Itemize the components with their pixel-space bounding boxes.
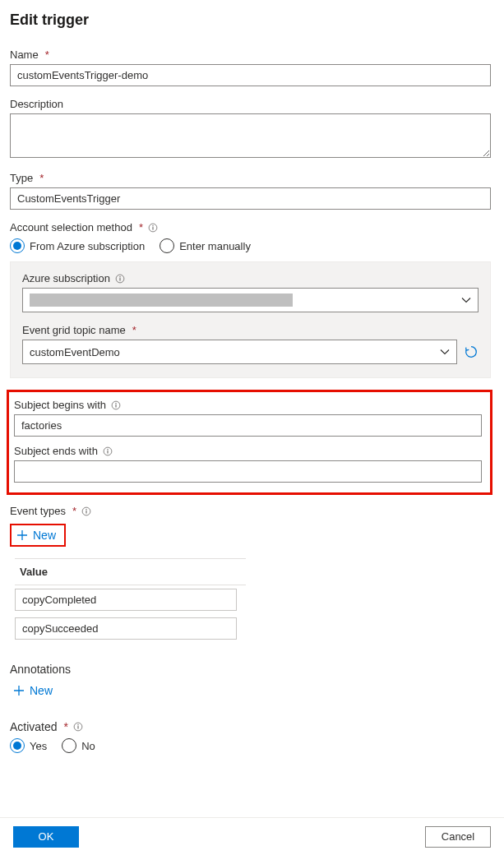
event-type-value-input[interactable] xyxy=(15,589,237,611)
name-input[interactable] xyxy=(10,64,491,86)
radio-label: Enter manually xyxy=(179,240,251,252)
svg-point-7 xyxy=(115,403,116,404)
info-icon[interactable] xyxy=(111,400,121,410)
event-type-value-input[interactable] xyxy=(15,617,237,640)
svg-rect-5 xyxy=(119,278,120,280)
add-annotation-label: New xyxy=(30,684,53,697)
required-asterisk: * xyxy=(139,221,143,233)
subject-ends-with-input[interactable] xyxy=(14,460,482,483)
required-asterisk: * xyxy=(64,720,68,733)
ok-button[interactable]: OK xyxy=(13,826,79,848)
required-asterisk: * xyxy=(72,505,76,517)
info-icon[interactable] xyxy=(148,223,158,233)
event-type-row xyxy=(15,614,246,643)
radio-unselected-icon xyxy=(62,738,76,753)
azure-subscription-label: Azure subscription xyxy=(22,272,479,284)
event-grid-topic-value: customEventDemo xyxy=(30,346,120,358)
cancel-button[interactable]: Cancel xyxy=(425,826,491,848)
subject-begins-with-label: Subject begins with xyxy=(14,399,482,411)
event-grid-topic-label: Event grid topic name* xyxy=(22,324,479,336)
account-selection-from-subscription-radio[interactable]: From Azure subscription xyxy=(10,238,145,253)
required-asterisk: * xyxy=(45,49,49,61)
add-annotation-button[interactable]: New xyxy=(10,681,59,700)
add-event-type-label: New xyxy=(33,529,56,542)
svg-point-13 xyxy=(86,509,86,510)
footer: OK Cancel xyxy=(0,817,504,855)
annotations-label: Annotations xyxy=(10,663,491,676)
redacted-text xyxy=(30,293,293,307)
required-asterisk: * xyxy=(132,324,136,336)
event-types-column-header: Value xyxy=(15,559,246,585)
svg-rect-2 xyxy=(152,227,153,229)
svg-point-1 xyxy=(152,225,153,226)
radio-selected-icon xyxy=(10,238,25,253)
svg-point-4 xyxy=(119,276,120,277)
name-label: Name* xyxy=(10,49,491,61)
info-icon[interactable] xyxy=(103,446,113,456)
type-label: Type* xyxy=(10,172,491,184)
subject-begins-with-input[interactable] xyxy=(14,414,482,437)
radio-label: Yes xyxy=(30,740,47,752)
radio-label: No xyxy=(81,740,95,752)
event-types-table: Value xyxy=(15,558,246,643)
activated-yes-radio[interactable]: Yes xyxy=(10,738,47,753)
svg-point-16 xyxy=(77,724,78,725)
required-asterisk: * xyxy=(39,172,44,184)
activated-label: Activated* xyxy=(10,720,491,733)
panel-title: Edit trigger xyxy=(10,12,491,29)
svg-rect-17 xyxy=(78,726,79,728)
type-input xyxy=(10,187,491,210)
add-event-type-button[interactable]: New xyxy=(10,524,66,547)
svg-rect-11 xyxy=(107,451,108,453)
radio-unselected-icon xyxy=(160,238,174,253)
info-icon[interactable] xyxy=(81,506,91,516)
svg-rect-8 xyxy=(115,404,116,407)
activated-no-radio[interactable]: No xyxy=(62,738,95,753)
plus-icon xyxy=(13,685,25,696)
event-type-row xyxy=(15,585,246,614)
event-types-label: Event types* xyxy=(10,505,491,517)
info-icon[interactable] xyxy=(73,722,83,732)
radio-selected-icon xyxy=(10,738,25,753)
svg-rect-14 xyxy=(86,511,86,513)
info-icon[interactable] xyxy=(115,274,125,284)
event-grid-topic-dropdown[interactable]: customEventDemo xyxy=(22,340,457,364)
description-textarea[interactable] xyxy=(10,113,491,158)
radio-label: From Azure subscription xyxy=(30,240,145,252)
azure-subscription-dropdown[interactable] xyxy=(22,288,479,312)
plus-icon xyxy=(16,529,28,541)
svg-point-10 xyxy=(107,449,108,450)
description-label: Description xyxy=(10,98,491,110)
account-selection-method-label: Account selection method* xyxy=(10,221,491,233)
account-selection-enter-manually-radio[interactable]: Enter manually xyxy=(160,238,251,253)
chevron-down-icon xyxy=(440,347,450,357)
chevron-down-icon xyxy=(461,295,471,305)
refresh-icon[interactable] xyxy=(464,344,479,359)
subject-filter-highlight: Subject begins with Subject ends with xyxy=(7,390,492,495)
subject-ends-with-label: Subject ends with xyxy=(14,445,482,457)
